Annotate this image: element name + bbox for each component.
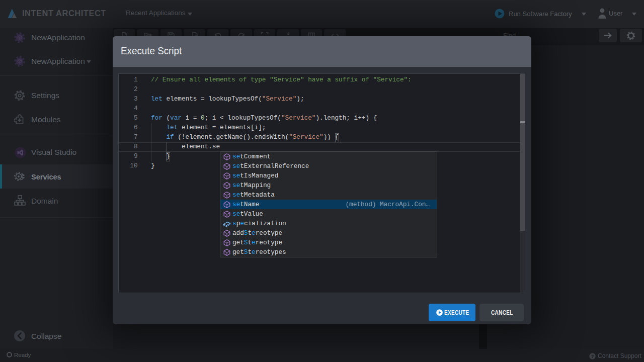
svg-text:?: ? xyxy=(591,354,594,359)
